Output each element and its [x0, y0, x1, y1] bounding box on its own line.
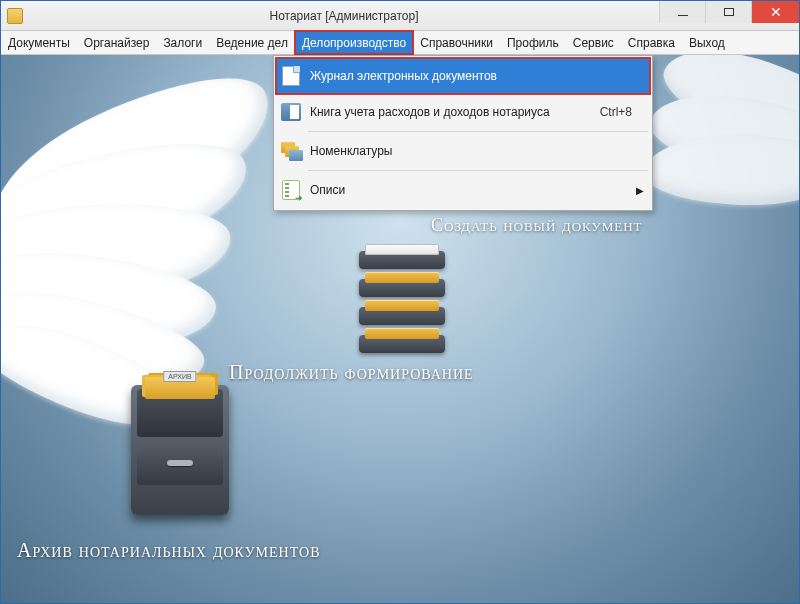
- dropdown-item-inventories[interactable]: Описи ▶: [276, 172, 650, 208]
- menu-pledges[interactable]: Залоги: [156, 31, 209, 54]
- dropdown-item-ledger[interactable]: Книга учета расходов и доходов нотариуса…: [276, 94, 650, 130]
- dropdown-item-label: Описи: [306, 183, 650, 197]
- menu-organizer[interactable]: Органайзер: [77, 31, 157, 54]
- book-icon: [276, 103, 306, 121]
- titlebar: Нотариат [Администратор] ✕: [1, 1, 799, 31]
- dropdown-item-label: Журнал электронных документов: [306, 69, 650, 83]
- app-window: Нотариат [Администратор] ✕ Документы Орг…: [0, 0, 800, 604]
- continue-formation-label[interactable]: Продолжить формирование: [229, 361, 474, 384]
- archive-cabinet-icon[interactable]: АРХИВ: [131, 385, 229, 515]
- minimize-button[interactable]: [659, 1, 705, 23]
- paperwork-dropdown: Журнал электронных документов Книга учет…: [273, 55, 653, 211]
- dropdown-item-label: Номенклатуры: [306, 144, 650, 158]
- menu-directories[interactable]: Справочники: [413, 31, 500, 54]
- dropdown-separator: [308, 131, 648, 132]
- menubar: Документы Органайзер Залоги Ведение дел …: [1, 31, 799, 55]
- dropdown-item-label: Книга учета расходов и доходов нотариуса: [306, 105, 600, 119]
- close-button[interactable]: ✕: [751, 1, 799, 23]
- dropdown-item-shortcut: Ctrl+8: [600, 105, 650, 119]
- archive-label[interactable]: Архив нотариальных документов: [17, 539, 321, 562]
- paper-stack-icon[interactable]: [353, 241, 451, 349]
- menu-help[interactable]: Справка: [621, 31, 682, 54]
- maximize-button[interactable]: [705, 1, 751, 23]
- dropdown-separator: [308, 170, 648, 171]
- window-title: Нотариат [Администратор]: [29, 9, 659, 23]
- dropdown-item-journal[interactable]: Журнал электронных документов: [276, 58, 650, 94]
- menu-documents[interactable]: Документы: [1, 31, 77, 54]
- document-icon: [276, 66, 306, 86]
- menu-case-management[interactable]: Ведение дел: [209, 31, 295, 54]
- note-icon: [276, 180, 306, 200]
- submenu-caret-icon: ▶: [636, 185, 644, 196]
- app-icon: [7, 8, 23, 24]
- menu-profile[interactable]: Профиль: [500, 31, 566, 54]
- cabinet-tag: АРХИВ: [163, 371, 196, 382]
- menu-service[interactable]: Сервис: [566, 31, 621, 54]
- menu-paperwork[interactable]: Делопроизводство: [295, 31, 413, 54]
- window-controls: ✕: [659, 1, 799, 30]
- folders-icon: [276, 142, 306, 160]
- create-document-label[interactable]: Создать новый документ: [431, 215, 643, 236]
- dropdown-item-nomenclatures[interactable]: Номенклатуры: [276, 133, 650, 169]
- menu-exit[interactable]: Выход: [682, 31, 732, 54]
